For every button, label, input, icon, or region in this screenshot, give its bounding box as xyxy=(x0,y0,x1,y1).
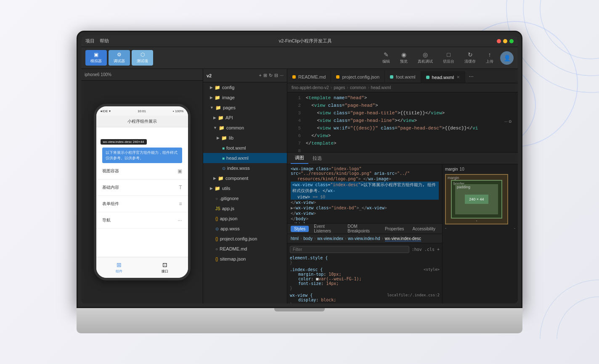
clear-cache-action[interactable]: ↻ 清缓存 xyxy=(461,50,479,66)
menu-project[interactable]: 项目 xyxy=(85,38,95,44)
css-rule-close-2: } xyxy=(290,286,292,290)
tab-readme[interactable]: README.md xyxy=(287,71,331,83)
tree-item-api[interactable]: ▶ 📁 API xyxy=(203,113,287,123)
svg-point-1 xyxy=(523,0,599,76)
background-action[interactable]: □ 切后台 xyxy=(440,50,458,66)
tree-item-pages[interactable]: ▼ 📁 pages xyxy=(203,103,287,113)
box-border: border padding 240 × 44 xyxy=(451,180,502,219)
breadcrumb-item-3: head.wxml xyxy=(371,85,391,90)
upload-label: 上传 xyxy=(486,59,493,64)
tree-item-label-api: API xyxy=(225,115,233,120)
path-sep-1: › xyxy=(314,236,315,241)
tab-label-readme: README.md xyxy=(298,74,326,79)
tree-item-config[interactable]: ▶ 📁 config xyxy=(203,82,287,92)
new-folder-icon[interactable]: ⊞ xyxy=(263,73,267,78)
box-val-1: - xyxy=(445,226,446,230)
phone-menu-item-0[interactable]: 视图容器 ▣ xyxy=(96,163,188,179)
css-rule-element: element.style { } xyxy=(290,256,440,265)
simulator-button[interactable]: ▣ 模拟器 xyxy=(85,50,107,66)
tree-item-component[interactable]: ▶ 📁 component xyxy=(203,173,287,183)
bottom-tab-diagram[interactable]: 调图 xyxy=(291,153,308,164)
tree-item-app-js[interactable]: JS app.js xyxy=(203,203,287,214)
tab-project-config[interactable]: project.config.json xyxy=(331,71,385,83)
css-source-wx-view[interactable]: localfile:/.index.css:2 xyxy=(387,293,440,297)
tree-item-image[interactable]: ▶ 📁 image xyxy=(203,92,287,103)
properties-tab[interactable]: Properties xyxy=(382,226,408,232)
edit-action[interactable]: ✎ 编辑 xyxy=(379,50,393,66)
accessibility-tab[interactable]: Accessibility xyxy=(409,226,439,232)
refresh-icon[interactable]: ↻ xyxy=(269,73,273,78)
test-icon: ⬡ xyxy=(140,52,145,58)
bottom-tab-select[interactable]: 拉选 xyxy=(308,153,326,164)
upload-action[interactable]: ↑ 上传 xyxy=(482,50,497,66)
phone-nav-components[interactable]: ⊞ 组件 xyxy=(96,257,142,278)
css-rule-close: } xyxy=(290,260,292,265)
dom-breakpoints-tab[interactable]: DOM Breakpoints xyxy=(344,223,380,234)
code-content-3: <view class="page-head-title">{{title}}<… xyxy=(306,109,445,117)
css-rule-wx-view: wx-view { localfile:/.index.css:2 displa… xyxy=(290,293,440,303)
event-listeners-tab[interactable]: Event Listeners xyxy=(310,223,342,234)
maximize-button[interactable] xyxy=(509,39,514,43)
tree-item-readme[interactable]: ○ README.md xyxy=(203,244,287,254)
tab-close-icon[interactable]: ✕ xyxy=(456,75,460,79)
tree-item-app-json[interactable]: {} app.json xyxy=(203,214,287,224)
path-index-hd[interactable]: wx-view.index-hd xyxy=(348,236,380,241)
folder-icon: 📁 xyxy=(221,135,227,141)
html-line-3: view> == $0 xyxy=(291,194,439,200)
editor-panel: README.md project.config.json foot.wxml xyxy=(287,69,518,303)
breadcrumb-item-0: fino-applet-demo-v2 xyxy=(292,85,329,90)
css-selector-element: element.style { xyxy=(290,256,328,260)
background-label: 切后台 xyxy=(443,59,454,64)
tree-item-label-component: component xyxy=(225,176,248,181)
element-path: html › body › wx-view.index › wx-view.in… xyxy=(287,234,442,243)
line-number-3: 3 xyxy=(291,109,301,117)
line-number-1: 1 xyxy=(291,94,301,102)
html-preview[interactable]: <wx-image class="index-logo" src="../res… xyxy=(287,164,442,223)
tab-foot-wxml[interactable]: foot.wxml xyxy=(385,71,421,83)
preview-action[interactable]: ◉ 预览 xyxy=(397,50,411,66)
phone-menu-item-3[interactable]: 导航 ··· xyxy=(96,212,188,229)
box-model-visual: margin border padding 240 × 44 xyxy=(445,174,508,224)
phone-title: 小程序组件展示 xyxy=(127,119,157,124)
phone-menu-item-1[interactable]: 基础内容 T xyxy=(96,179,188,196)
tree-item-common[interactable]: ▼ 📁 common xyxy=(203,123,287,133)
tree-item-project-config[interactable]: {} project.config.json xyxy=(203,234,287,244)
debugger-button[interactable]: ⚙ 调试器 xyxy=(109,50,130,66)
phone-nav-api[interactable]: ⊡ 接口 xyxy=(142,257,188,278)
tab-label-project: project.config.json xyxy=(342,74,379,79)
user-avatar[interactable]: 👤 xyxy=(500,51,514,65)
minimize-button[interactable] xyxy=(503,39,507,43)
phone-frame: ●IDE ▾ 10:01 ▪ 100% 小程序组件展示 ··· ⊙ xyxy=(81,81,203,303)
tree-item-lib[interactable]: ▶ 📁 lib xyxy=(203,133,287,143)
code-editor[interactable]: 1 <template name="head"> 2 <view class="… xyxy=(287,92,518,152)
tree-item-app-wxss[interactable]: ⊙ app.wxss xyxy=(203,224,287,234)
tree-item-sitemap[interactable]: {} sitemap.json xyxy=(203,254,287,264)
more-tabs-icon[interactable]: ··· xyxy=(465,73,477,79)
tree-item-foot-wxml[interactable]: ■ foot.wxml xyxy=(203,143,287,153)
tree-item-utils[interactable]: ▶ 📁 utils xyxy=(203,183,287,193)
menu-help[interactable]: 帮助 xyxy=(100,38,109,44)
bottom-content: <wx-image class="index-logo" src="../res… xyxy=(287,164,518,303)
tree-item-index-wxss[interactable]: ⊙ index.wxss xyxy=(203,163,287,173)
filter-input[interactable] xyxy=(290,246,409,253)
device-debug-action[interactable]: ◎ 真机调试 xyxy=(414,50,436,66)
tab-head-wxml[interactable]: head.wxml ✕ xyxy=(421,71,466,83)
path-index-desc[interactable]: wx-view.index-desc xyxy=(385,236,421,241)
styles-tab[interactable]: Styles xyxy=(291,226,309,232)
close-button[interactable] xyxy=(497,39,501,43)
path-body[interactable]: body xyxy=(303,236,313,241)
collapse-icon[interactable]: ⊟ xyxy=(274,73,278,78)
phone-demo-item: wx-view.index-desc 240×44 以下将展示小程序官方组件能力… xyxy=(96,127,188,163)
more-icon[interactable]: ··· xyxy=(280,73,284,78)
tree-item-gitignore[interactable]: ○ .gitignore xyxy=(203,193,287,203)
tree-item-head-wxml[interactable]: ■ head.wxml xyxy=(203,153,287,163)
new-file-icon[interactable]: + xyxy=(259,73,261,78)
test-button[interactable]: ⬡ 测试项 xyxy=(132,50,153,66)
path-index[interactable]: wx-view.index xyxy=(317,236,343,241)
ide-container: 项目 帮助 v2-FinClip小程序开发工具 ▣ 模拟器 xyxy=(81,35,518,303)
phone-content: wx-view.index-desc 240×44 以下将展示小程序官方组件能力… xyxy=(96,127,188,257)
tree-item-label-app-wxss: app.wxss xyxy=(220,226,240,231)
phone-menu-item-2[interactable]: 表单组件 ≡ xyxy=(96,196,188,212)
path-html[interactable]: html xyxy=(291,236,299,241)
line-number-7: 7 xyxy=(291,140,301,147)
